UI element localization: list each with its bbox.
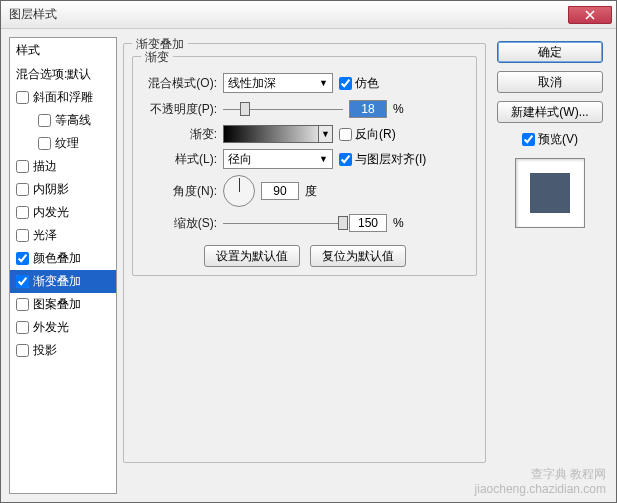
inner-title: 渐变	[141, 49, 173, 66]
scale-label: 缩放(S):	[141, 215, 217, 232]
style-item[interactable]: 内阴影	[10, 178, 116, 201]
blending-options[interactable]: 混合选项:默认	[10, 63, 116, 86]
right-panel: 确定 取消 新建样式(W)... 预览(V)	[492, 37, 608, 494]
center-panel: 渐变叠加 渐变 混合模式(O): 线性加深 ▼ 仿色	[123, 37, 486, 494]
preview-checkbox[interactable]: 预览(V)	[492, 131, 608, 148]
styles-header: 样式	[10, 38, 116, 63]
style-item[interactable]: 光泽	[10, 224, 116, 247]
styles-list: 样式 混合选项:默认 斜面和浮雕等高线纹理描边内阴影内发光光泽颜色叠加渐变叠加图…	[9, 37, 117, 494]
angle-label: 角度(N):	[141, 183, 217, 200]
style-combo[interactable]: 径向 ▼	[223, 149, 333, 169]
style-item[interactable]: 渐变叠加	[10, 270, 116, 293]
preview-swatch	[515, 158, 585, 228]
close-button[interactable]	[568, 6, 612, 24]
window-title: 图层样式	[5, 6, 57, 23]
dialog-body: 样式 混合选项:默认 斜面和浮雕等高线纹理描边内阴影内发光光泽颜色叠加渐变叠加图…	[1, 29, 616, 502]
dialog-window: 图层样式 样式 混合选项:默认 斜面和浮雕等高线纹理描边内阴影内发光光泽颜色叠加…	[0, 0, 617, 503]
style-item[interactable]: 颜色叠加	[10, 247, 116, 270]
opacity-label: 不透明度(P):	[141, 101, 217, 118]
angle-field[interactable]: 90	[261, 182, 299, 200]
gradient-fieldset: 渐变 混合模式(O): 线性加深 ▼ 仿色 不透明度(P):	[132, 56, 477, 276]
scale-slider[interactable]	[223, 213, 343, 233]
reset-default-button[interactable]: 复位为默认值	[310, 245, 406, 267]
align-checkbox[interactable]: 与图层对齐(I)	[339, 151, 426, 168]
style-item[interactable]: 斜面和浮雕	[10, 86, 116, 109]
opacity-slider[interactable]	[223, 99, 343, 119]
new-style-button[interactable]: 新建样式(W)...	[497, 101, 603, 123]
titlebar: 图层样式	[1, 1, 616, 29]
gradient-overlay-group: 渐变叠加 渐变 混合模式(O): 线性加深 ▼ 仿色	[123, 43, 486, 463]
style-item[interactable]: 纹理	[10, 132, 116, 155]
chevron-down-icon: ▼	[319, 154, 328, 164]
opacity-field[interactable]: 18	[349, 100, 387, 118]
gradient-label: 渐变:	[141, 126, 217, 143]
preview-inner	[530, 173, 570, 213]
angle-dial[interactable]	[223, 175, 255, 207]
blend-mode-label: 混合模式(O):	[141, 75, 217, 92]
make-default-button[interactable]: 设置为默认值	[204, 245, 300, 267]
style-item[interactable]: 内发光	[10, 201, 116, 224]
scale-field[interactable]: 150	[349, 214, 387, 232]
cancel-button[interactable]: 取消	[497, 71, 603, 93]
style-item[interactable]: 投影	[10, 339, 116, 362]
chevron-down-icon: ▼	[319, 78, 328, 88]
style-item[interactable]: 等高线	[10, 109, 116, 132]
gradient-picker[interactable]: ▼	[223, 125, 333, 143]
reverse-checkbox[interactable]: 反向(R)	[339, 126, 396, 143]
style-item[interactable]: 外发光	[10, 316, 116, 339]
dither-checkbox[interactable]: 仿色	[339, 75, 379, 92]
style-item[interactable]: 描边	[10, 155, 116, 178]
style-item[interactable]: 图案叠加	[10, 293, 116, 316]
chevron-down-icon: ▼	[318, 126, 332, 142]
style-label: 样式(L):	[141, 151, 217, 168]
watermark: 查字典 教程网 jiaocheng.chazidian.com	[475, 467, 606, 496]
close-icon	[585, 10, 595, 20]
ok-button[interactable]: 确定	[497, 41, 603, 63]
blend-mode-combo[interactable]: 线性加深 ▼	[223, 73, 333, 93]
